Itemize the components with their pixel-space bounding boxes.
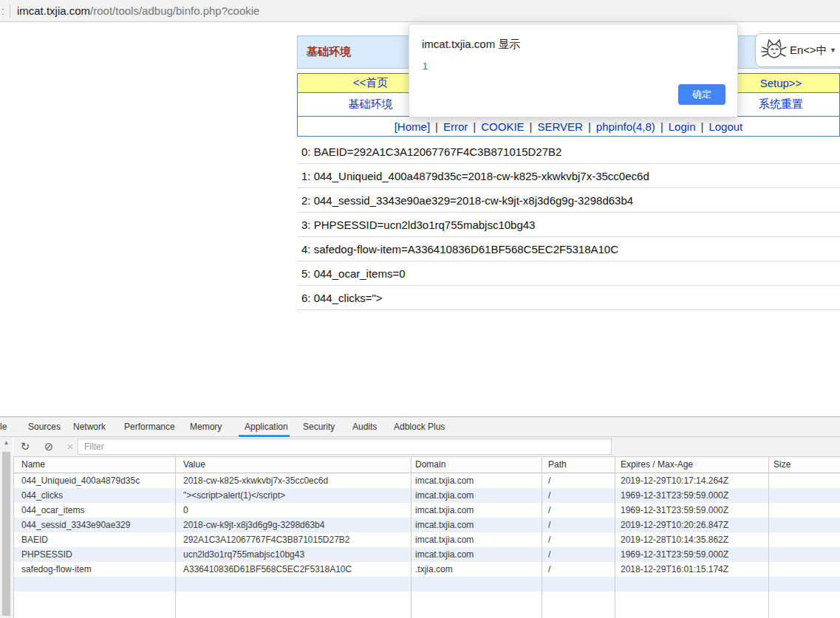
- tab-performance[interactable]: Performance: [124, 417, 175, 436]
- cell-size: [774, 503, 836, 518]
- cell-expires: 1969-12-31T23:59:59.000Z: [621, 547, 771, 562]
- cookie-list: 0: BAEID=292A1C3A12067767F4C3B871015D27B…: [297, 140, 840, 310]
- cell-name: BAEID: [21, 532, 173, 547]
- left-scrollbar[interactable]: ▲: [0, 437, 13, 618]
- table-row[interactable]: 044_Uniqueid_400a4879d35c 2018-cw-k825-x…: [13, 473, 840, 488]
- cell-size: [774, 532, 836, 547]
- cookies-table: Name Value Domain Path Expires / Max-Age…: [13, 457, 840, 618]
- link-separator: |: [588, 120, 591, 133]
- cell-size: [774, 547, 836, 562]
- cookies-toolbar: ↻ ⊘ ×: [13, 437, 840, 457]
- table-row[interactable]: 044_clicks "><script>alert(1)</script> i…: [13, 488, 840, 503]
- cell-name: 044_sessid_3343e90ae329: [21, 518, 173, 532]
- nav-link-error[interactable]: Error: [443, 120, 468, 133]
- cell-domain: imcat.txjia.com: [415, 518, 539, 532]
- cell-path: /: [548, 518, 612, 532]
- table-row[interactable]: BAEID 292A1C3A12067767F4C3B871015D27B2 i…: [13, 532, 840, 547]
- tab-security[interactable]: Security: [303, 417, 335, 436]
- devtools-panel: le Sources Network Performance Memory Ap…: [0, 416, 840, 618]
- url-text[interactable]: imcat.txjia.com/root/tools/adbug/binfo.p…: [17, 4, 260, 17]
- nav-link-server[interactable]: SERVER: [537, 120, 582, 133]
- cell-domain: imcat.txjia.com: [415, 473, 539, 488]
- alert-dialog-message: 1: [423, 61, 428, 72]
- cell-domain: .txjia.com: [415, 562, 539, 577]
- column-header-path[interactable]: Path: [548, 457, 612, 473]
- column-header-name[interactable]: Name: [21, 457, 173, 473]
- cookie-list-item: 1: 044_Uniqueid_400a4879d35c=2018-cw-k82…: [297, 164, 840, 188]
- cookies-table-header: Name Value Domain Path Expires / Max-Age…: [13, 457, 840, 473]
- nav-link-login[interactable]: Login: [669, 120, 696, 133]
- alert-dialog-title: imcat.txjia.com 显示: [422, 38, 520, 52]
- language-label: En<>中: [790, 44, 827, 58]
- nav-link-basic-env[interactable]: 基础环境: [349, 97, 393, 111]
- column-header-domain[interactable]: Domain: [415, 457, 539, 473]
- cell-value: 292A1C3A12067767F4C3B871015D27B2: [183, 532, 409, 547]
- table-row[interactable]: safedog-flow-item A336410836D61BF568C5EC…: [13, 562, 840, 577]
- tab-network[interactable]: Network: [73, 417, 106, 436]
- url-bar[interactable]: : imcat.txjia.com/root/tools/adbug/binfo…: [0, 0, 840, 22]
- cell-value: "><script>alert(1)</script>: [183, 488, 409, 503]
- table-row[interactable]: 044_sessid_3343e90ae329 2018-cw-k9jt-x8j…: [13, 518, 840, 532]
- link-separator: |: [473, 120, 476, 133]
- url-domain: imcat.txjia.com: [17, 4, 90, 17]
- cell-value: 0: [183, 503, 409, 518]
- column-header-expires[interactable]: Expires / Max-Age: [621, 457, 771, 473]
- column-header-size[interactable]: Size: [774, 457, 836, 473]
- cookie-list-item: 2: 044_sessid_3343e90ae329=2018-cw-k9jt-…: [297, 188, 840, 213]
- cell-value: ucn2ld3o1rq755mabjsc10bg43: [183, 547, 409, 562]
- cell-expires: 2019-12-28T10:14:35.862Z: [621, 532, 771, 547]
- cat-logo-icon: [760, 37, 787, 63]
- cookie-list-item: 5: 044_ocar_items=0: [297, 261, 840, 286]
- nav-link-logout[interactable]: Logout: [708, 120, 742, 133]
- cell-size: [774, 488, 836, 503]
- language-selector[interactable]: En<>中 ▼: [755, 33, 840, 67]
- cell-expires: 1969-12-31T23:59:59.000Z: [621, 488, 771, 503]
- cell-path: /: [548, 488, 612, 503]
- clear-cookies-icon[interactable]: ⊘: [42, 437, 55, 456]
- cell-size: [774, 473, 836, 488]
- nav-link-system-reset[interactable]: 系统重置: [759, 97, 803, 111]
- alert-ok-button[interactable]: 确定: [678, 84, 725, 105]
- url-divider: [10, 4, 10, 18]
- nav-link-cookie[interactable]: COOKIE: [481, 120, 524, 133]
- page-title: 基础环境: [307, 45, 351, 59]
- link-separator: |: [530, 120, 533, 133]
- scrollbar-thumb[interactable]: [2, 452, 10, 616]
- column-header-value[interactable]: Value: [183, 457, 409, 473]
- cell-expires: 2019-12-29T10:20:26.847Z: [621, 518, 771, 532]
- table-row[interactable]: PHPSESSID ucn2ld3o1rq755mabjsc10bg43 imc…: [13, 547, 840, 562]
- nav-link-home[interactable]: <<首页: [353, 76, 389, 90]
- nav-link-setup[interactable]: Setup>>: [760, 77, 802, 89]
- tab-console-fragment[interactable]: le: [0, 417, 7, 436]
- cell-expires: 1969-12-31T23:59:59.000Z: [621, 503, 771, 518]
- cell-name: safedog-flow-item: [21, 562, 173, 577]
- delete-icon[interactable]: ×: [64, 437, 77, 456]
- cookie-list-item: 3: PHPSESSID=ucn2ld3o1rq755mabjsc10bg43: [297, 213, 840, 237]
- url-path: /root/tools/adbug/binfo.php?cookie: [90, 4, 259, 17]
- table-row[interactable]: 044_ocar_items 0 imcat.txjia.com / 1969-…: [13, 503, 840, 518]
- tab-adblock-plus[interactable]: Adblock Plus: [394, 417, 445, 436]
- cell-domain: imcat.txjia.com: [415, 503, 539, 518]
- refresh-icon[interactable]: ↻: [18, 437, 32, 456]
- cookie-list-item: 4: safedog-flow-item=A336410836D61BF568C…: [297, 237, 840, 261]
- nav-link-home-bracket[interactable]: [Home]: [395, 120, 430, 133]
- nav-link-phpinfo[interactable]: phpinfo(4,8): [596, 120, 655, 133]
- devtools-tab-bar: le Sources Network Performance Memory Ap…: [0, 417, 840, 437]
- tab-sources[interactable]: Sources: [28, 417, 61, 436]
- tab-application[interactable]: Application: [245, 417, 288, 436]
- alert-dialog: imcat.txjia.com 显示 1 确定: [409, 24, 738, 117]
- cell-name: 044_Uniqueid_400a4879d35c: [21, 473, 173, 488]
- cell-path: /: [548, 532, 612, 547]
- nav-cell-setup: Setup>>: [723, 74, 839, 92]
- link-separator: |: [435, 120, 438, 133]
- cell-value: 2018-cw-k9jt-x8j3d6g9g-3298d63b4: [183, 518, 409, 532]
- cell-value: A336410836D61BF568C5EC2F5318A10C: [183, 562, 409, 577]
- scroll-up-arrow-icon[interactable]: ▲: [0, 437, 13, 449]
- nav-cell-system-reset: 系统重置: [723, 93, 839, 116]
- tab-memory[interactable]: Memory: [190, 417, 222, 436]
- nav-links-row: [Home] | Error | COOKIE | SERVER | phpin…: [298, 117, 839, 136]
- tab-audits[interactable]: Audits: [352, 417, 377, 436]
- cell-size: [774, 562, 836, 577]
- filter-input[interactable]: [78, 439, 612, 455]
- cell-path: /: [548, 473, 612, 488]
